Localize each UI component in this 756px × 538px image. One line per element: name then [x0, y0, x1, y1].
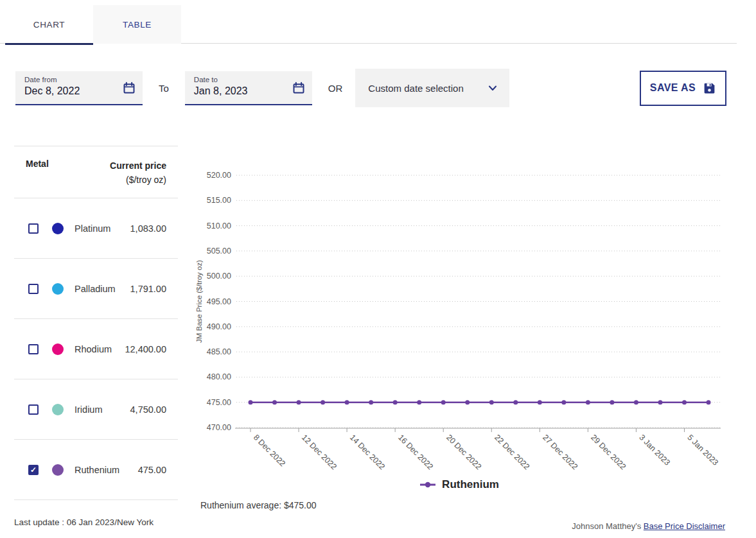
calendar-icon[interactable]	[123, 82, 136, 94]
date-to-value: Jan 8, 2023	[194, 85, 286, 97]
metal-row: Platinum1,083.00	[14, 198, 178, 259]
date-from-value: Dec 8, 2022	[24, 85, 117, 97]
metal-name: Platinum	[75, 223, 110, 234]
save-as-button[interactable]: SAVE AS	[640, 71, 726, 106]
date-from-field[interactable]: Date from Dec 8, 2022	[15, 71, 143, 105]
metal-checkbox-platinum[interactable]	[28, 223, 39, 234]
metal-price: 1,791.00	[130, 284, 166, 294]
chart-area: 520.00515.00510.00505.00500.00495.00490.…	[193, 156, 756, 527]
metal-name: Palladium	[75, 284, 116, 294]
price-header-line1: Current price	[110, 161, 166, 171]
svg-text:5 Jan 2023: 5 Jan 2023	[685, 433, 720, 467]
disclaimer-prefix: Johnson Matthey's	[572, 521, 641, 531]
svg-text:490.00: 490.00	[207, 322, 231, 331]
legend-marker-icon	[419, 481, 436, 489]
last-update-text: Last update : 06 Jan 2023/New York	[14, 517, 178, 527]
or-label: OR	[328, 83, 343, 94]
tab-bar: CHART TABLE	[0, 0, 737, 44]
metal-rows: Platinum1,083.00Palladium1,791.00Rhodium…	[14, 198, 178, 500]
svg-text:20 Dec 2022: 20 Dec 2022	[444, 433, 483, 471]
svg-text:505.00: 505.00	[207, 247, 231, 256]
svg-text:29 Dec 2022: 29 Dec 2022	[589, 433, 628, 471]
save-as-label: SAVE AS	[650, 82, 696, 94]
svg-text:3 Jan 2023: 3 Jan 2023	[637, 433, 672, 467]
chart-legend: Ruthenium	[193, 478, 726, 491]
svg-text:485.00: 485.00	[207, 347, 231, 356]
svg-text:470.00: 470.00	[207, 423, 231, 432]
price-column-header: Current price ($/troy oz)	[110, 159, 166, 187]
metal-row: Rhodium12,400.00	[14, 319, 178, 379]
chevron-down-icon	[488, 83, 498, 93]
svg-text:515.00: 515.00	[207, 196, 231, 205]
metal-panel: Metal Current price ($/troy oz) Platinum…	[14, 146, 178, 527]
metal-row: Palladium1,791.00	[14, 259, 178, 319]
date-to-label: Date to	[194, 76, 286, 83]
page: CHART TABLE Date from Dec 8, 2022 To Dat…	[0, 0, 756, 538]
svg-text:510.00: 510.00	[207, 221, 231, 230]
tab-chart-label: CHART	[33, 20, 65, 30]
price-header-line2: ($/troy oz)	[126, 175, 166, 185]
date-from-label: Date from	[24, 76, 117, 83]
metal-color-dot	[52, 404, 64, 415]
metal-checkbox-ruthenium[interactable]	[28, 465, 39, 475]
date-to-field[interactable]: Date to Jan 8, 2023	[185, 71, 312, 105]
legend-label: Ruthenium	[442, 478, 499, 491]
svg-text:500.00: 500.00	[207, 272, 231, 281]
metal-checkbox-palladium[interactable]	[28, 284, 39, 294]
dropdown-selected-value: Custom date selection	[368, 83, 463, 94]
metal-price: 4,750.00	[130, 404, 166, 415]
metal-row: Iridium4,750.00	[14, 379, 178, 440]
svg-text:12 Dec 2022: 12 Dec 2022	[300, 433, 338, 471]
to-label: To	[159, 83, 169, 94]
svg-text:495.00: 495.00	[207, 297, 231, 306]
svg-text:480.00: 480.00	[207, 372, 231, 381]
metal-color-dot	[52, 223, 64, 234]
tab-chart[interactable]: CHART	[5, 5, 93, 44]
metal-name: Iridium	[75, 404, 103, 415]
metal-row: Ruthenium475.00	[14, 440, 178, 500]
metal-checkbox-iridium[interactable]	[28, 404, 39, 415]
metal-price: 12,400.00	[125, 344, 166, 354]
tab-table-label: TABLE	[123, 20, 152, 30]
main-content: Metal Current price ($/troy oz) Platinum…	[0, 146, 756, 527]
metal-checkbox-rhodium[interactable]	[28, 344, 39, 354]
date-preset-dropdown[interactable]: Custom date selection	[355, 69, 509, 107]
disclaimer-link[interactable]: Base Price Disclaimer	[644, 521, 725, 531]
average-note: Ruthenium average: $475.00	[200, 500, 756, 510]
metal-price: 475.00	[138, 465, 166, 475]
metal-name: Rhodium	[75, 344, 112, 354]
svg-text:22 Dec 2022: 22 Dec 2022	[493, 433, 531, 471]
calendar-icon[interactable]	[292, 82, 305, 94]
svg-text:27 Dec 2022: 27 Dec 2022	[541, 433, 579, 471]
save-icon	[703, 82, 716, 95]
svg-text:8 Dec 2022: 8 Dec 2022	[252, 433, 287, 468]
svg-text:JM Base Price ($/troy oz): JM Base Price ($/troy oz)	[195, 260, 203, 343]
metal-price: 1,083.00	[130, 223, 166, 234]
footer-disclaimer: Johnson Matthey's Base Price Disclaimer	[572, 521, 725, 531]
filter-row: Date from Dec 8, 2022 To Date to Jan 8, …	[15, 69, 726, 107]
metal-color-dot	[52, 283, 64, 295]
metal-panel-header: Metal Current price ($/troy oz)	[14, 146, 178, 198]
metal-column-header: Metal	[26, 159, 49, 187]
metal-color-dot	[52, 343, 64, 355]
tab-table[interactable]: TABLE	[93, 5, 181, 44]
svg-text:520.00: 520.00	[207, 171, 231, 180]
svg-text:16 Dec 2022: 16 Dec 2022	[396, 433, 435, 471]
svg-text:14 Dec 2022: 14 Dec 2022	[348, 433, 387, 471]
metal-name: Ruthenium	[75, 465, 119, 475]
svg-text:475.00: 475.00	[207, 398, 231, 407]
price-chart: 520.00515.00510.00505.00500.00495.00490.…	[193, 156, 739, 474]
metal-color-dot	[52, 464, 64, 476]
